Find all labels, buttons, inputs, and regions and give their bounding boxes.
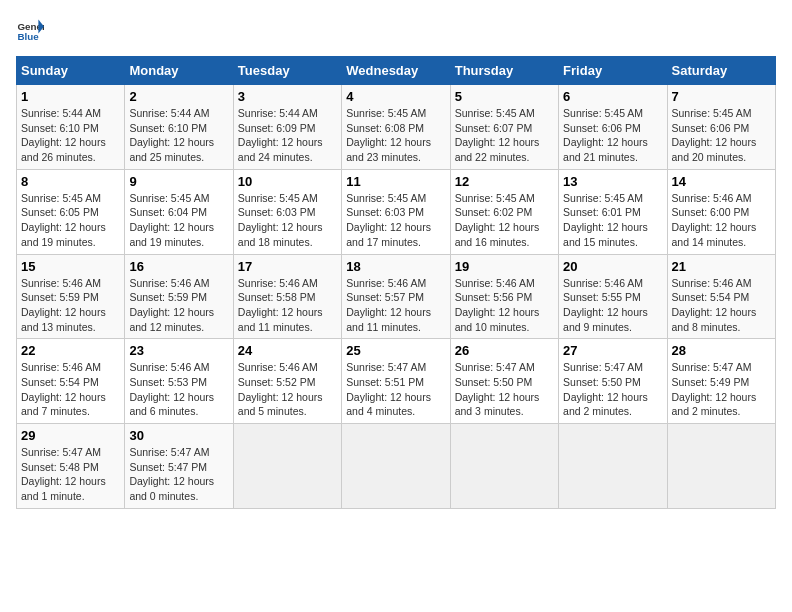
day-number: 5 [455, 89, 554, 104]
day-info: Sunrise: 5:46 AMSunset: 5:57 PMDaylight:… [346, 276, 445, 335]
day-number: 12 [455, 174, 554, 189]
day-number: 18 [346, 259, 445, 274]
svg-text:Blue: Blue [17, 31, 39, 42]
day-number: 7 [672, 89, 771, 104]
calendar-day-18: 18Sunrise: 5:46 AMSunset: 5:57 PMDayligh… [342, 254, 450, 339]
day-info: Sunrise: 5:46 AMSunset: 5:53 PMDaylight:… [129, 360, 228, 419]
col-saturday: Saturday [667, 57, 775, 85]
calendar-day-25: 25Sunrise: 5:47 AMSunset: 5:51 PMDayligh… [342, 339, 450, 424]
logo-icon: General Blue [16, 16, 44, 44]
day-info: Sunrise: 5:47 AMSunset: 5:50 PMDaylight:… [563, 360, 662, 419]
day-info: Sunrise: 5:46 AMSunset: 5:58 PMDaylight:… [238, 276, 337, 335]
day-info: Sunrise: 5:45 AMSunset: 6:06 PMDaylight:… [672, 106, 771, 165]
day-info: Sunrise: 5:45 AMSunset: 6:08 PMDaylight:… [346, 106, 445, 165]
calendar-day-10: 10Sunrise: 5:45 AMSunset: 6:03 PMDayligh… [233, 169, 341, 254]
calendar-day-11: 11Sunrise: 5:45 AMSunset: 6:03 PMDayligh… [342, 169, 450, 254]
calendar-day-6: 6Sunrise: 5:45 AMSunset: 6:06 PMDaylight… [559, 85, 667, 170]
day-number: 11 [346, 174, 445, 189]
day-info: Sunrise: 5:44 AMSunset: 6:10 PMDaylight:… [129, 106, 228, 165]
logo: General Blue [16, 16, 44, 44]
day-number: 8 [21, 174, 120, 189]
calendar-day-28: 28Sunrise: 5:47 AMSunset: 5:49 PMDayligh… [667, 339, 775, 424]
day-info: Sunrise: 5:47 AMSunset: 5:47 PMDaylight:… [129, 445, 228, 504]
day-number: 21 [672, 259, 771, 274]
day-info: Sunrise: 5:46 AMSunset: 5:56 PMDaylight:… [455, 276, 554, 335]
calendar-day-27: 27Sunrise: 5:47 AMSunset: 5:50 PMDayligh… [559, 339, 667, 424]
day-number: 4 [346, 89, 445, 104]
empty-cell [450, 424, 558, 509]
calendar-day-5: 5Sunrise: 5:45 AMSunset: 6:07 PMDaylight… [450, 85, 558, 170]
col-thursday: Thursday [450, 57, 558, 85]
day-number: 28 [672, 343, 771, 358]
col-sunday: Sunday [17, 57, 125, 85]
day-info: Sunrise: 5:46 AMSunset: 5:59 PMDaylight:… [129, 276, 228, 335]
col-wednesday: Wednesday [342, 57, 450, 85]
day-info: Sunrise: 5:45 AMSunset: 6:06 PMDaylight:… [563, 106, 662, 165]
day-info: Sunrise: 5:46 AMSunset: 6:00 PMDaylight:… [672, 191, 771, 250]
day-number: 1 [21, 89, 120, 104]
calendar-day-9: 9Sunrise: 5:45 AMSunset: 6:04 PMDaylight… [125, 169, 233, 254]
col-friday: Friday [559, 57, 667, 85]
calendar-day-30: 30Sunrise: 5:47 AMSunset: 5:47 PMDayligh… [125, 424, 233, 509]
day-number: 15 [21, 259, 120, 274]
calendar-day-14: 14Sunrise: 5:46 AMSunset: 6:00 PMDayligh… [667, 169, 775, 254]
day-info: Sunrise: 5:44 AMSunset: 6:09 PMDaylight:… [238, 106, 337, 165]
empty-cell [233, 424, 341, 509]
day-info: Sunrise: 5:45 AMSunset: 6:04 PMDaylight:… [129, 191, 228, 250]
day-number: 13 [563, 174, 662, 189]
day-info: Sunrise: 5:47 AMSunset: 5:49 PMDaylight:… [672, 360, 771, 419]
day-number: 23 [129, 343, 228, 358]
calendar-day-7: 7Sunrise: 5:45 AMSunset: 6:06 PMDaylight… [667, 85, 775, 170]
day-info: Sunrise: 5:45 AMSunset: 6:03 PMDaylight:… [238, 191, 337, 250]
day-number: 2 [129, 89, 228, 104]
calendar-day-29: 29Sunrise: 5:47 AMSunset: 5:48 PMDayligh… [17, 424, 125, 509]
day-number: 30 [129, 428, 228, 443]
calendar-day-15: 15Sunrise: 5:46 AMSunset: 5:59 PMDayligh… [17, 254, 125, 339]
week-row-2: 8Sunrise: 5:45 AMSunset: 6:05 PMDaylight… [17, 169, 776, 254]
calendar-day-20: 20Sunrise: 5:46 AMSunset: 5:55 PMDayligh… [559, 254, 667, 339]
day-number: 25 [346, 343, 445, 358]
col-tuesday: Tuesday [233, 57, 341, 85]
day-number: 24 [238, 343, 337, 358]
day-info: Sunrise: 5:45 AMSunset: 6:03 PMDaylight:… [346, 191, 445, 250]
calendar-day-3: 3Sunrise: 5:44 AMSunset: 6:09 PMDaylight… [233, 85, 341, 170]
calendar-day-24: 24Sunrise: 5:46 AMSunset: 5:52 PMDayligh… [233, 339, 341, 424]
calendar-day-4: 4Sunrise: 5:45 AMSunset: 6:08 PMDaylight… [342, 85, 450, 170]
day-info: Sunrise: 5:45 AMSunset: 6:02 PMDaylight:… [455, 191, 554, 250]
calendar-table: Sunday Monday Tuesday Wednesday Thursday… [16, 56, 776, 509]
day-number: 10 [238, 174, 337, 189]
week-row-3: 15Sunrise: 5:46 AMSunset: 5:59 PMDayligh… [17, 254, 776, 339]
calendar-day-16: 16Sunrise: 5:46 AMSunset: 5:59 PMDayligh… [125, 254, 233, 339]
day-number: 19 [455, 259, 554, 274]
day-number: 3 [238, 89, 337, 104]
calendar-day-12: 12Sunrise: 5:45 AMSunset: 6:02 PMDayligh… [450, 169, 558, 254]
empty-cell [667, 424, 775, 509]
day-info: Sunrise: 5:45 AMSunset: 6:05 PMDaylight:… [21, 191, 120, 250]
calendar-day-22: 22Sunrise: 5:46 AMSunset: 5:54 PMDayligh… [17, 339, 125, 424]
day-number: 9 [129, 174, 228, 189]
week-row-5: 29Sunrise: 5:47 AMSunset: 5:48 PMDayligh… [17, 424, 776, 509]
day-info: Sunrise: 5:44 AMSunset: 6:10 PMDaylight:… [21, 106, 120, 165]
day-info: Sunrise: 5:45 AMSunset: 6:01 PMDaylight:… [563, 191, 662, 250]
day-info: Sunrise: 5:45 AMSunset: 6:07 PMDaylight:… [455, 106, 554, 165]
day-number: 20 [563, 259, 662, 274]
calendar-day-1: 1Sunrise: 5:44 AMSunset: 6:10 PMDaylight… [17, 85, 125, 170]
calendar-day-2: 2Sunrise: 5:44 AMSunset: 6:10 PMDaylight… [125, 85, 233, 170]
calendar-day-23: 23Sunrise: 5:46 AMSunset: 5:53 PMDayligh… [125, 339, 233, 424]
calendar-day-13: 13Sunrise: 5:45 AMSunset: 6:01 PMDayligh… [559, 169, 667, 254]
header-row: Sunday Monday Tuesday Wednesday Thursday… [17, 57, 776, 85]
week-row-4: 22Sunrise: 5:46 AMSunset: 5:54 PMDayligh… [17, 339, 776, 424]
calendar-day-17: 17Sunrise: 5:46 AMSunset: 5:58 PMDayligh… [233, 254, 341, 339]
day-info: Sunrise: 5:47 AMSunset: 5:51 PMDaylight:… [346, 360, 445, 419]
empty-cell [559, 424, 667, 509]
day-number: 22 [21, 343, 120, 358]
empty-cell [342, 424, 450, 509]
calendar-day-8: 8Sunrise: 5:45 AMSunset: 6:05 PMDaylight… [17, 169, 125, 254]
day-number: 14 [672, 174, 771, 189]
day-number: 16 [129, 259, 228, 274]
calendar-day-21: 21Sunrise: 5:46 AMSunset: 5:54 PMDayligh… [667, 254, 775, 339]
col-monday: Monday [125, 57, 233, 85]
day-info: Sunrise: 5:46 AMSunset: 5:52 PMDaylight:… [238, 360, 337, 419]
day-number: 27 [563, 343, 662, 358]
day-number: 26 [455, 343, 554, 358]
